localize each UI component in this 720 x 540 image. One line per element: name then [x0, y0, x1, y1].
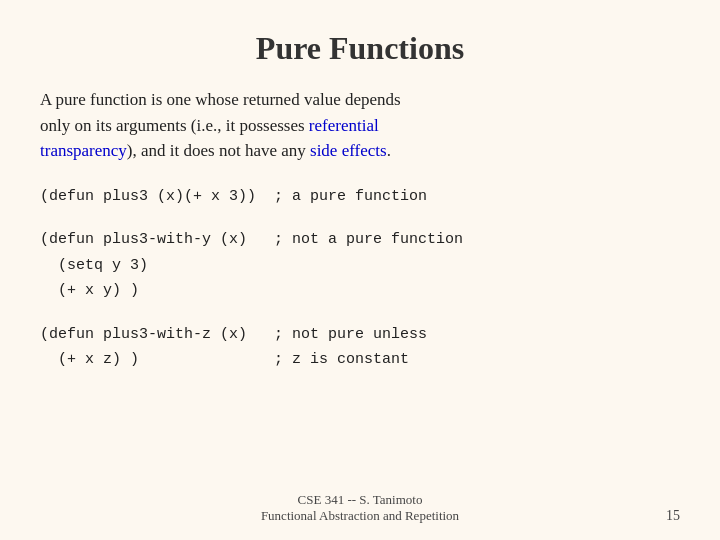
intro-line5: . — [387, 141, 391, 160]
footer-line2: Functional Abstraction and Repetition — [261, 508, 459, 523]
footer: CSE 341 -- S. Tanimoto Functional Abstra… — [0, 492, 720, 524]
intro-line1: A pure function is one whose returned va… — [40, 90, 401, 109]
code-line-3b: (+ x z) ) ; z is constant — [40, 351, 409, 368]
side-effects-link: side effects — [310, 141, 387, 160]
intro-line2: only on its arguments (i.e., it possesse… — [40, 116, 309, 135]
code-block-2: (defun plus3-with-y (x) ; not a pure fun… — [40, 227, 680, 304]
code-line-2b: (setq y 3) — [40, 257, 148, 274]
code-line-1: (defun plus3 (x)(+ x 3)) ; a pure functi… — [40, 188, 427, 205]
slide: Pure Functions A pure function is one wh… — [0, 0, 720, 540]
intro-paragraph: A pure function is one whose returned va… — [40, 87, 680, 164]
footer-line1: CSE 341 -- S. Tanimoto — [298, 492, 423, 507]
code-block-1: (defun plus3 (x)(+ x 3)) ; a pure functi… — [40, 184, 680, 210]
code-line-3a: (defun plus3-with-z (x) ; not pure unles… — [40, 326, 427, 343]
code-line-2c: (+ x y) ) — [40, 282, 139, 299]
slide-title: Pure Functions — [40, 30, 680, 67]
intro-line4: ), and it does not have any — [127, 141, 310, 160]
page-number: 15 — [666, 508, 680, 524]
code-line-2a: (defun plus3-with-y (x) ; not a pure fun… — [40, 231, 463, 248]
code-block-3: (defun plus3-with-z (x) ; not pure unles… — [40, 322, 680, 373]
